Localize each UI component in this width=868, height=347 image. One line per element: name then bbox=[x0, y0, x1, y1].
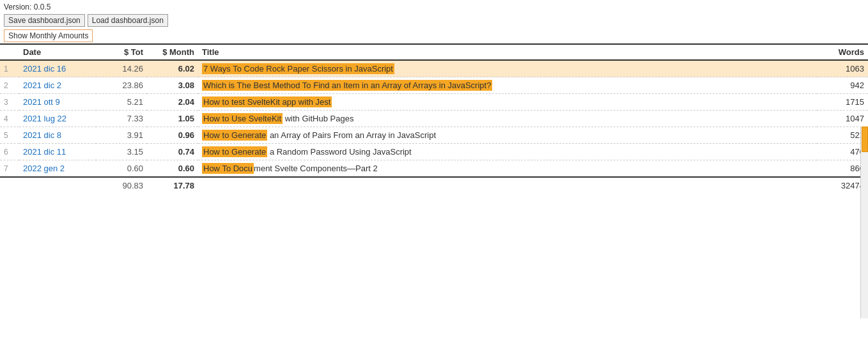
title-highlight-span: How to Generate bbox=[202, 130, 267, 141]
cell-words: 1063 bbox=[817, 60, 868, 77]
col-header-words: Words bbox=[817, 44, 868, 60]
cell-tot: 23.86 bbox=[96, 77, 147, 94]
cell-words: 1047 bbox=[817, 111, 868, 127]
table-row: 42021 lug 227.331.05How to Use SvelteKit… bbox=[0, 111, 868, 127]
cell-tot: 5.21 bbox=[96, 94, 147, 111]
col-header-num bbox=[0, 44, 19, 60]
version-label: Version: 0.0.5 bbox=[4, 3, 864, 12]
top-bar: Version: 0.0.5 Save dashboard.json Load … bbox=[0, 0, 868, 43]
footer-num bbox=[0, 177, 19, 194]
scrollbar[interactable] bbox=[860, 127, 868, 318]
cell-num: 4 bbox=[0, 111, 19, 127]
cell-tot: 3.91 bbox=[96, 127, 147, 144]
footer-title bbox=[198, 177, 817, 194]
title-highlight-span: 7 Ways To Code Rock Paper Scissors in Ja… bbox=[202, 63, 394, 74]
cell-date: 2021 dic 8 bbox=[19, 127, 96, 144]
cell-num: 2 bbox=[0, 77, 19, 94]
cell-words: 1715 bbox=[817, 94, 868, 111]
cell-date: 2021 dic 11 bbox=[19, 144, 96, 160]
cell-date: 2022 gen 2 bbox=[19, 160, 96, 178]
cell-month: 6.02 bbox=[147, 60, 198, 77]
cell-words: 942 bbox=[817, 77, 868, 94]
footer-month: 17.78 bbox=[147, 177, 198, 194]
title-highlight-span: Which is The Best Method To Find an Item… bbox=[202, 80, 492, 91]
cell-title: How to Generate a Random Password Using … bbox=[198, 144, 817, 160]
show-monthly-button[interactable]: Show Monthly Amounts bbox=[4, 29, 93, 42]
title-highlight-span: How To Docu bbox=[202, 163, 254, 174]
table-row: 32021 ott 95.212.04How to test SvelteKit… bbox=[0, 94, 868, 111]
save-button[interactable]: Save dashboard.json bbox=[4, 14, 85, 27]
cell-num: 1 bbox=[0, 60, 19, 77]
cell-tot: 3.15 bbox=[96, 144, 147, 160]
cell-tot: 14.26 bbox=[96, 60, 147, 77]
cell-date: 2021 dic 2 bbox=[19, 77, 96, 94]
cell-tot: 7.33 bbox=[96, 111, 147, 127]
table-row: 22021 dic 223.863.08Which is The Best Me… bbox=[0, 77, 868, 94]
load-button[interactable]: Load dashboard.json bbox=[88, 14, 168, 27]
cell-tot: 0.60 bbox=[96, 160, 147, 178]
cell-month: 0.60 bbox=[147, 160, 198, 178]
title-highlight-span: How to Generate bbox=[202, 146, 267, 157]
cell-title: How to test SvelteKit app with Jest bbox=[198, 94, 817, 111]
cell-title: How to Generate an Array of Pairs From a… bbox=[198, 127, 817, 144]
cell-date: 2021 ott 9 bbox=[19, 94, 96, 111]
col-header-title: Title bbox=[198, 44, 817, 60]
table-row: 62021 dic 113.150.74How to Generate a Ra… bbox=[0, 144, 868, 160]
table-row: 12021 dic 1614.266.027 Ways To Code Rock… bbox=[0, 60, 868, 77]
button-row: Save dashboard.json Load dashboard.json bbox=[4, 14, 864, 27]
cell-title: How To Document Svelte Components—Part 2 bbox=[198, 160, 817, 178]
data-table: Date $ Tot $ Month Title Words 12021 dic… bbox=[0, 43, 868, 194]
cell-title: How to Use SvelteKit with GitHub Pages bbox=[198, 111, 817, 127]
cell-date: 2021 dic 16 bbox=[19, 60, 96, 77]
cell-date: 2021 lug 22 bbox=[19, 111, 96, 127]
title-highlight-span: How to Use SvelteKit bbox=[202, 113, 283, 124]
main-table-container: Date $ Tot $ Month Title Words 12021 dic… bbox=[0, 43, 868, 194]
footer-tot: 90.83 bbox=[96, 177, 147, 194]
cell-month: 0.74 bbox=[147, 144, 198, 160]
cell-title: 7 Ways To Code Rock Paper Scissors in Ja… bbox=[198, 60, 817, 77]
cell-month: 1.05 bbox=[147, 111, 198, 127]
cell-num: 6 bbox=[0, 144, 19, 160]
cell-num: 7 bbox=[0, 160, 19, 178]
table-row: 72022 gen 20.600.60How To Document Svelt… bbox=[0, 160, 868, 178]
footer-date bbox=[19, 177, 96, 194]
cell-month: 2.04 bbox=[147, 94, 198, 111]
col-header-date: Date bbox=[19, 44, 96, 60]
cell-num: 5 bbox=[0, 127, 19, 144]
cell-num: 3 bbox=[0, 94, 19, 111]
cell-title: Which is The Best Method To Find an Item… bbox=[198, 77, 817, 94]
title-highlight-span: How to test SvelteKit app with Jest bbox=[202, 96, 332, 107]
col-header-month: $ Month bbox=[147, 44, 198, 60]
table-row: 52021 dic 83.910.96How to Generate an Ar… bbox=[0, 127, 868, 144]
scroll-thumb[interactable] bbox=[862, 127, 868, 152]
cell-month: 0.96 bbox=[147, 127, 198, 144]
cell-month: 3.08 bbox=[147, 77, 198, 94]
col-header-tot: $ Tot bbox=[96, 44, 147, 60]
